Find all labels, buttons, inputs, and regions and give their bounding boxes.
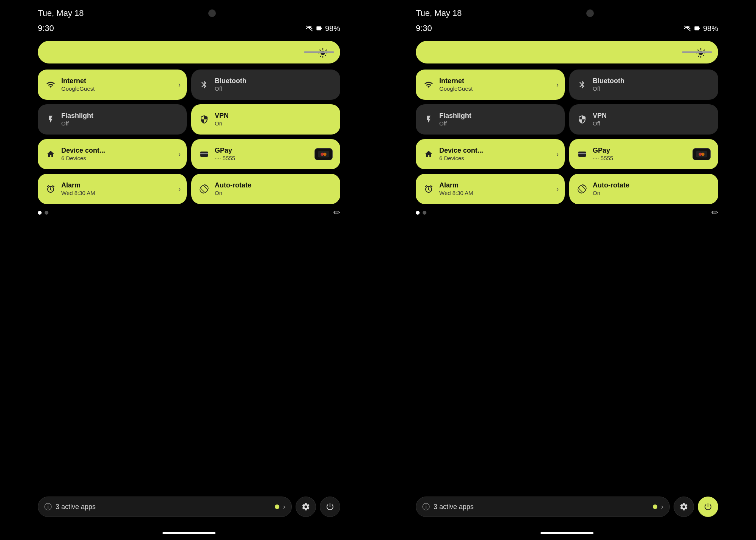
tile-text-autorotate: Auto-rotate On	[215, 181, 251, 197]
status-time-row: 9:30 98%	[38, 22, 340, 41]
qs-grid: Internet GoogleGuest › Bluetooth Off Fla…	[38, 70, 340, 204]
tile-label-internet: Internet	[61, 77, 94, 85]
tile-label-gpay: GPay	[215, 147, 235, 155]
page-dot-1[interactable]	[38, 211, 42, 215]
qs-tile-vpn[interactable]: VPN On	[191, 104, 340, 135]
battery-pct: 98%	[703, 24, 718, 33]
tile-icon-gpay	[199, 150, 209, 159]
qs-tile-internet[interactable]: Internet GoogleGuest ›	[38, 70, 187, 100]
tile-label-bluetooth: Bluetooth	[215, 77, 246, 85]
home-indicator[interactable]	[541, 532, 593, 534]
edit-icon[interactable]: ✏	[711, 208, 718, 218]
page-indicators: ✏	[416, 204, 718, 221]
page-dot-2[interactable]	[423, 211, 426, 215]
tile-text-vpn: VPN On	[215, 112, 229, 127]
qs-tile-flashlight[interactable]: Flashlight Off	[416, 104, 565, 135]
settings-button[interactable]	[296, 497, 316, 517]
qs-tile-alarm[interactable]: Alarm Wed 8:30 AM ›	[38, 174, 187, 204]
tile-label-device: Device cont...	[61, 147, 105, 155]
tile-label-flashlight: Flashlight	[439, 112, 471, 120]
tile-text-bluetooth: Bluetooth Off	[593, 77, 624, 92]
active-apps-dot	[275, 504, 279, 509]
tile-label-vpn: VPN	[215, 112, 229, 120]
active-apps-dot	[653, 504, 657, 509]
tile-text-device: Device cont... 6 Devices	[61, 147, 105, 162]
tile-arrow-alarm: ›	[178, 185, 181, 193]
tile-sublabel-vpn: Off	[593, 120, 607, 127]
svg-rect-7	[694, 26, 699, 31]
tile-text-internet: Internet GoogleGuest	[61, 77, 94, 92]
power-button[interactable]	[698, 497, 718, 517]
status-time: 9:30	[38, 23, 54, 33]
settings-button[interactable]	[674, 497, 694, 517]
status-time: 9:30	[416, 23, 432, 33]
svg-point-6	[323, 153, 326, 156]
tile-text-gpay: GPay ···· 5555	[215, 147, 235, 162]
qs-grid: Internet GoogleGuest › Bluetooth Off Fla…	[416, 70, 718, 204]
tile-icon-bluetooth	[577, 80, 587, 89]
qs-tile-flashlight[interactable]: Flashlight Off	[38, 104, 187, 135]
active-apps-pill[interactable]: ⓘ 3 active apps ›	[416, 497, 670, 517]
tile-icon-flashlight	[45, 115, 56, 124]
tile-sublabel-vpn: On	[215, 120, 229, 127]
qs-tile-autorotate[interactable]: Auto-rotate On	[569, 174, 718, 204]
tile-label-alarm: Alarm	[439, 181, 473, 190]
page-dot-2[interactable]	[45, 211, 48, 215]
tile-label-vpn: VPN	[593, 112, 607, 120]
tile-label-gpay: GPay	[593, 147, 613, 155]
status-bar: Tue, May 18	[38, 0, 340, 22]
active-apps-pill[interactable]: ⓘ 3 active apps ›	[38, 497, 292, 517]
status-date: Tue, May 18	[416, 8, 462, 18]
tile-icon-bluetooth	[199, 80, 209, 89]
brightness-bar[interactable]	[416, 41, 718, 63]
brightness-track[interactable]	[682, 51, 712, 53]
power-button[interactable]	[320, 497, 340, 517]
tile-icon-vpn	[577, 115, 587, 124]
qs-tile-bluetooth[interactable]: Bluetooth Off	[191, 70, 340, 100]
tile-text-autorotate: Auto-rotate On	[593, 181, 629, 197]
tile-icon-gpay	[577, 150, 587, 159]
tile-icon-flashlight	[423, 115, 434, 124]
qs-tile-vpn[interactable]: VPN Off	[569, 104, 718, 135]
tile-label-flashlight: Flashlight	[61, 112, 93, 120]
status-time-row: 9:30 98%	[416, 22, 718, 41]
tile-arrow-internet: ›	[556, 81, 559, 89]
tile-text-flashlight: Flashlight Off	[61, 112, 93, 127]
svg-rect-10	[578, 153, 586, 154]
tile-icon-vpn	[199, 115, 209, 124]
edit-icon[interactable]: ✏	[333, 208, 340, 218]
qs-tile-device[interactable]: Device cont... 6 Devices ›	[416, 139, 565, 169]
active-apps-text: 3 active apps	[56, 503, 271, 511]
home-indicator[interactable]	[163, 532, 215, 534]
camera-dot	[208, 9, 216, 17]
camera-dot	[586, 9, 594, 17]
qs-tile-bluetooth[interactable]: Bluetooth Off	[569, 70, 718, 100]
tile-label-bluetooth: Bluetooth	[593, 77, 624, 85]
tile-icon-alarm	[45, 184, 56, 193]
qs-tile-alarm[interactable]: Alarm Wed 8:30 AM ›	[416, 174, 565, 204]
brightness-bar[interactable]	[38, 41, 340, 63]
status-bar: Tue, May 18	[416, 0, 718, 22]
page-dot-1[interactable]	[416, 211, 420, 215]
tile-arrow-internet: ›	[178, 81, 181, 89]
info-icon: ⓘ	[422, 502, 430, 512]
active-apps-arrow[interactable]: ›	[661, 503, 663, 511]
brightness-track[interactable]	[304, 51, 334, 53]
qs-tile-autorotate[interactable]: Auto-rotate On	[191, 174, 340, 204]
active-apps-arrow[interactable]: ›	[283, 503, 285, 511]
qs-tile-gpay[interactable]: GPay ···· 5555	[191, 139, 340, 169]
active-apps-text: 3 active apps	[434, 503, 649, 511]
tile-sublabel-alarm: Wed 8:30 AM	[61, 190, 95, 197]
tile-text-bluetooth: Bluetooth Off	[215, 77, 246, 92]
tile-icon-internet	[45, 80, 56, 89]
tile-icon-alarm	[423, 184, 434, 193]
qs-tile-device[interactable]: Device cont... 6 Devices ›	[38, 139, 187, 169]
svg-rect-8	[699, 28, 700, 29]
page-indicators: ✏	[38, 204, 340, 221]
tile-sublabel-gpay: ···· 5555	[593, 155, 613, 162]
bottom-bar: ⓘ 3 active apps ›	[38, 497, 340, 532]
gpay-card	[692, 148, 711, 160]
qs-tile-internet[interactable]: Internet GoogleGuest ›	[416, 70, 565, 100]
tile-label-autorotate: Auto-rotate	[593, 181, 629, 190]
qs-tile-gpay[interactable]: GPay ···· 5555	[569, 139, 718, 169]
